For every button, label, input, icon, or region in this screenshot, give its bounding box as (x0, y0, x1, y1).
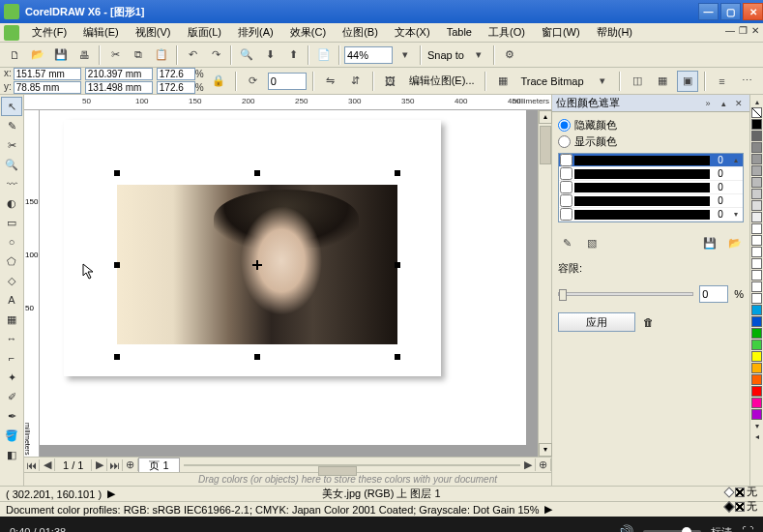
palette-flyout-icon[interactable]: ◂ (755, 432, 759, 441)
color-row-4[interactable]: 0 ▾ (559, 208, 743, 222)
vertical-scrollbar[interactable]: ▴ ▾ (538, 110, 551, 457)
resize-handle-ml[interactable] (114, 262, 120, 268)
menu-table[interactable]: Table (440, 24, 479, 40)
palette-swatch-7[interactable] (751, 200, 762, 211)
palette-swatch-18[interactable] (751, 328, 762, 339)
docker-collapse-icon[interactable]: ▴ (717, 97, 730, 110)
color-row-0[interactable]: 0 ▴ (559, 154, 743, 167)
publish-icon[interactable]: 📄 (313, 44, 335, 66)
trace-bitmap-button[interactable]: Trace Bitmap (517, 75, 588, 87)
scale-x-input[interactable] (157, 68, 195, 80)
palette-up-icon[interactable]: ▴ (755, 98, 759, 106)
palette-swatch-1[interactable] (751, 131, 762, 141)
next-page-icon[interactable]: ▶ (92, 458, 107, 471)
selected-bitmap[interactable] (117, 173, 397, 357)
zoom-tool-icon[interactable]: 🔍 (1, 155, 22, 174)
resize-handle-bc[interactable] (254, 354, 260, 360)
color-swatch-3[interactable] (574, 196, 710, 206)
menu-window[interactable]: 窗口(W) (535, 24, 587, 40)
menu-layout[interactable]: 版面(L) (181, 24, 228, 40)
save-icon[interactable]: 💾 (50, 44, 72, 66)
fill-tool-icon[interactable]: 🪣 (1, 426, 22, 445)
export-icon[interactable]: ⬆ (282, 44, 304, 66)
crop-icon[interactable]: ◫ (627, 71, 648, 92)
mdi-close[interactable]: ✕ (751, 25, 759, 36)
palette-swatch-22[interactable] (751, 374, 762, 385)
docker-close-icon[interactable]: ✕ (732, 97, 746, 110)
volume-icon[interactable]: 🔊 (617, 524, 633, 532)
palette-swatch-6[interactable] (751, 189, 762, 199)
palette-swatch-13[interactable] (751, 270, 762, 281)
rectangle-tool-icon[interactable]: ▭ (1, 213, 22, 232)
palette-swatch-14[interactable] (751, 281, 762, 292)
zoom-level[interactable] (344, 46, 393, 64)
text-tool-icon[interactable]: A (1, 290, 22, 310)
page-tab-1[interactable]: 页 1 (138, 458, 179, 473)
resize-handle-tc[interactable] (254, 170, 260, 176)
palette-swatch-15[interactable] (751, 293, 762, 304)
width-input[interactable] (85, 68, 153, 80)
fullscreen-icon[interactable]: ⛶ (742, 525, 753, 532)
slider-knob[interactable] (559, 289, 567, 301)
interactive-fill-icon[interactable]: ◧ (1, 445, 22, 464)
prev-page-icon[interactable]: ◀ (40, 458, 55, 471)
basic-shapes-icon[interactable]: ◇ (1, 271, 22, 290)
palette-swatch-4[interactable] (751, 165, 762, 176)
ellipse-tool-icon[interactable]: ○ (1, 232, 22, 251)
palette-swatch-2[interactable] (751, 142, 762, 153)
scroll-down-icon[interactable]: ▾ (539, 443, 552, 457)
pick-tool-icon[interactable]: ↖ (1, 97, 22, 116)
palette-swatch-20[interactable] (751, 351, 762, 362)
mirror-h-icon[interactable]: ⇋ (320, 71, 341, 92)
hide-colors-radio[interactable]: 隐藏颜色 (558, 118, 744, 133)
scroll-thumb[interactable] (540, 126, 551, 164)
pos-x-input[interactable] (14, 68, 81, 80)
horizontal-scrollbar[interactable] (184, 464, 520, 466)
menu-file[interactable]: 文件(F) (25, 24, 73, 40)
palette-swatch-3[interactable] (751, 154, 762, 164)
zoom-dropdown-icon[interactable]: ▾ (395, 44, 416, 66)
no-color-swatch[interactable] (751, 107, 762, 118)
smart-fill-icon[interactable]: ◐ (1, 193, 22, 213)
color-checkbox-4[interactable] (560, 208, 572, 221)
menu-text[interactable]: 文本(X) (388, 24, 437, 40)
color-checkbox-0[interactable] (560, 154, 572, 166)
color-row-2[interactable]: 0 (559, 181, 743, 194)
close-button[interactable]: ✕ (743, 3, 763, 20)
search-icon[interactable]: 🔍 (236, 44, 257, 66)
apply-button[interactable]: 应用 (558, 312, 635, 332)
color-swatch-0[interactable] (574, 156, 710, 165)
volume-knob[interactable] (682, 527, 691, 532)
pos-y-input[interactable] (14, 81, 81, 94)
delete-mask-icon[interactable]: 🗑 (643, 316, 654, 328)
lock-ratio-icon[interactable]: 🔒 (208, 71, 229, 92)
tolerance-input[interactable] (699, 285, 728, 303)
drawing-viewport[interactable] (40, 110, 538, 457)
copy-icon[interactable]: ⧉ (128, 44, 149, 66)
scale-y-input[interactable] (157, 81, 195, 94)
menu-view[interactable]: 视图(V) (129, 24, 178, 40)
last-page-icon[interactable]: ⏭ (107, 459, 123, 471)
minimize-button[interactable]: — (698, 3, 719, 20)
color-row-3[interactable]: 0 (559, 194, 743, 208)
print-icon[interactable]: 🖶 (73, 44, 95, 66)
cut-icon[interactable]: ✂ (104, 44, 126, 66)
menu-tools[interactable]: 工具(O) (482, 24, 532, 40)
hscroll-thumb[interactable] (318, 466, 357, 476)
palette-swatch-23[interactable] (751, 386, 762, 397)
paste-icon[interactable]: 📋 (151, 44, 172, 66)
trace-dropdown-icon[interactable]: ▾ (592, 71, 613, 92)
mdi-minimize[interactable]: — (725, 25, 735, 36)
palette-swatch-9[interactable] (751, 223, 762, 234)
menu-help[interactable]: 帮助(H) (590, 24, 639, 40)
docker-expand-icon[interactable]: » (701, 97, 715, 110)
palette-swatch-11[interactable] (751, 247, 762, 257)
open-mask-icon[interactable]: 📂 (726, 234, 744, 251)
eyedropper-icon[interactable]: ✎ (558, 234, 575, 251)
color-row-1[interactable]: 0 (559, 167, 743, 181)
scroll-up-icon[interactable]: ▴ (539, 110, 552, 124)
palette-swatch-12[interactable] (751, 258, 762, 269)
color-swatch-4[interactable] (574, 210, 710, 220)
first-page-icon[interactable]: ⏮ (24, 459, 40, 471)
edit-bitmap-button[interactable]: 编辑位图(E)... (405, 74, 479, 88)
